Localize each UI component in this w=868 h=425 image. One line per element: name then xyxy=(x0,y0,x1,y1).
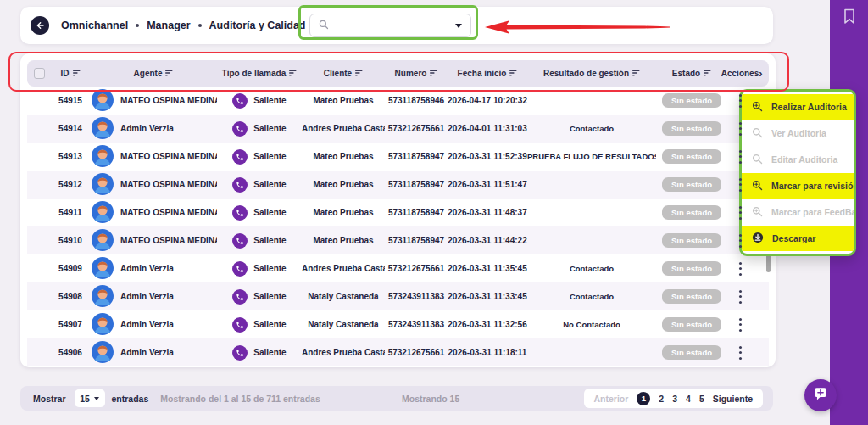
breadcrumb-item[interactable]: Manager xyxy=(147,20,190,31)
cell-agente: MATEO OSPINA MEDINA xyxy=(90,229,217,253)
table-row[interactable]: 54910MATEO OSPINA MEDINASalienteMateo Pr… xyxy=(27,226,769,254)
agent-name: Admin Verzia xyxy=(120,320,174,329)
column-header-numero[interactable]: Número xyxy=(385,69,448,78)
table-row[interactable]: 54915MATEO OSPINA MEDINASalienteMateo Pr… xyxy=(27,87,769,115)
search-input[interactable] xyxy=(334,20,455,31)
breadcrumb-item[interactable]: Auditoría y Calidad xyxy=(209,20,306,31)
agent-avatar xyxy=(92,285,114,309)
sort-icon[interactable] xyxy=(632,69,640,78)
menu-item-descargar[interactable]: Descargar xyxy=(742,226,854,251)
cell-id: 54914 xyxy=(51,124,90,133)
cell-numero: 573212675661 xyxy=(385,264,448,273)
select-all-checkbox[interactable] xyxy=(34,68,45,79)
row-actions-menu-button[interactable] xyxy=(734,234,746,248)
column-header-cliente[interactable]: Cliente xyxy=(302,69,385,78)
row-actions-menu-button[interactable] xyxy=(734,122,746,136)
breadcrumb-separator-dot xyxy=(198,24,202,27)
page-size-select[interactable]: 15 xyxy=(75,389,105,407)
row-actions-menu-button[interactable] xyxy=(734,346,746,360)
sort-icon[interactable] xyxy=(165,69,173,78)
sort-icon[interactable] xyxy=(355,69,363,78)
pagination-page-1[interactable]: 1 xyxy=(637,392,650,405)
status-badge: Sin estado xyxy=(662,345,721,360)
cell-agente: Admin Verzia xyxy=(90,257,217,281)
table-row[interactable]: 54906Admin VerziaSalienteAndres Prueba C… xyxy=(27,338,769,366)
row-actions-menu-button[interactable] xyxy=(734,178,746,192)
pagination-next[interactable]: Siguiente xyxy=(713,394,753,404)
table-row[interactable]: 54908Admin VerziaSalienteNataly Castaned… xyxy=(27,282,769,310)
column-header-id[interactable]: ID xyxy=(51,69,90,78)
column-header-resultado[interactable]: Resultado de gestión xyxy=(527,69,656,78)
outgoing-call-icon xyxy=(232,177,248,193)
cell-agente: MATEO OSPINA MEDINA xyxy=(90,89,217,113)
cell-cliente: Andres Prueba Casta xyxy=(302,264,385,273)
show-label: Mostrar xyxy=(33,394,66,404)
search-icon xyxy=(319,18,329,33)
cell-cliente: Andres Prueba Casta xyxy=(302,348,385,357)
cell-agente: Admin Verzia xyxy=(90,285,217,309)
search-combobox[interactable] xyxy=(309,14,471,37)
cell-numero: 573118758947 xyxy=(385,152,448,161)
cell-numero: 573118758947 xyxy=(385,208,448,217)
table-row[interactable]: 54913MATEO OSPINA MEDINASalienteMateo Pr… xyxy=(27,143,769,171)
pagination-page-2[interactable]: 2 xyxy=(659,394,664,404)
cell-estado: Sin estado xyxy=(656,317,727,332)
row-actions-menu-button[interactable] xyxy=(734,150,746,164)
table-header-row: IDAgenteTipo de llamadaClienteNúmeroFech… xyxy=(27,60,769,87)
column-header-fecha[interactable]: Fecha inicio xyxy=(448,69,527,78)
table-row[interactable]: 54914Admin VerziaSalienteAndres Prueba C… xyxy=(27,115,769,143)
cell-cliente: Mateo Pruebas xyxy=(302,96,385,105)
sort-icon[interactable] xyxy=(289,69,297,78)
column-header-tipo[interactable]: Tipo de llamada xyxy=(217,69,302,78)
row-actions-menu-button[interactable] xyxy=(734,290,746,304)
pagination: Anterior 12345 Siguiente xyxy=(584,389,763,408)
sort-icon[interactable] xyxy=(509,69,517,78)
menu-item-ver-auditoria[interactable]: Ver Auditoria xyxy=(742,120,854,146)
column-label: Resultado de gestión xyxy=(543,69,629,78)
column-header-agente[interactable]: Agente xyxy=(90,69,217,78)
pagination-page-3[interactable]: 3 xyxy=(672,394,677,404)
menu-item-marcar-para-revisi-n[interactable]: Marcar para revisión xyxy=(742,173,854,199)
cell-tipo-llamada: Saliente xyxy=(217,345,302,361)
menu-item-marcar-para-feedback-ok[interactable]: Marcar para FeedBack OK xyxy=(742,199,854,225)
cell-estado: Sin estado xyxy=(656,345,727,360)
table-row[interactable]: 54907Admin VerziaSalienteNataly Castaned… xyxy=(27,310,769,338)
scroll-right-chevron-icon[interactable]: › xyxy=(753,67,769,80)
call-type-label: Saliente xyxy=(253,124,286,133)
pagination-page-5[interactable]: 5 xyxy=(699,394,704,404)
sort-icon[interactable] xyxy=(704,69,711,78)
agent-avatar xyxy=(92,173,114,197)
cell-estado: Sin estado xyxy=(656,233,727,248)
pagination-page-4[interactable]: 4 xyxy=(686,394,691,404)
row-actions-menu-button[interactable] xyxy=(734,94,746,108)
cell-estado: Sin estado xyxy=(656,149,727,164)
status-badge: Sin estado xyxy=(662,233,721,248)
cell-cliente: Mateo Pruebas xyxy=(302,180,385,189)
sort-icon[interactable] xyxy=(73,69,81,78)
breadcrumb-item[interactable]: Omnichannel xyxy=(61,20,128,31)
menu-item-editar-auditoria[interactable]: Editar Auditoria xyxy=(742,147,854,172)
cell-numero: 573243911383 xyxy=(385,320,448,329)
menu-item-realizar-auditoria[interactable]: Realizar Auditoria xyxy=(742,94,854,120)
outgoing-call-icon xyxy=(232,93,248,109)
zoom-in-icon xyxy=(752,101,763,114)
cell-estado: Sin estado xyxy=(656,121,727,136)
table-row[interactable]: 54909Admin VerziaSalienteAndres Prueba C… xyxy=(27,254,769,282)
column-header-estado[interactable]: Estado xyxy=(656,69,727,78)
status-badge: Sin estado xyxy=(662,149,721,164)
table-row[interactable]: 54911MATEO OSPINA MEDINASalienteMateo Pr… xyxy=(27,199,769,226)
cell-numero: 573212675661 xyxy=(385,124,448,133)
row-actions-menu-button[interactable] xyxy=(734,262,746,276)
pagination-prev[interactable]: Anterior xyxy=(594,394,629,404)
zoom-in-icon xyxy=(752,180,763,193)
row-actions-menu-button[interactable] xyxy=(734,318,746,332)
bookmark-icon[interactable] xyxy=(843,8,855,28)
sort-icon[interactable] xyxy=(430,69,437,78)
chat-add-fab[interactable] xyxy=(804,379,837,411)
back-button[interactable] xyxy=(31,16,49,35)
cell-fecha-inicio: 2026-03-31 11:32:56 xyxy=(448,320,527,329)
row-actions-menu-button[interactable] xyxy=(734,206,746,220)
table-row[interactable]: 54912MATEO OSPINA MEDINASalienteMateo Pr… xyxy=(27,171,769,199)
chevron-down-icon[interactable] xyxy=(455,24,462,28)
top-bar: OmnichannelManagerAuditoría y CalidadTel… xyxy=(20,7,773,44)
